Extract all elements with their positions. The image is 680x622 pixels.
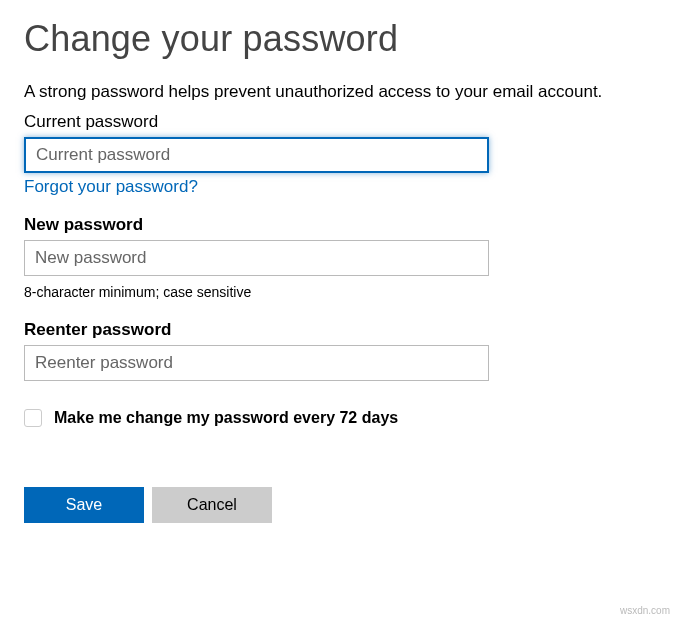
reenter-password-input[interactable] xyxy=(24,345,489,381)
watermark: wsxdn.com xyxy=(620,605,670,616)
new-password-input[interactable] xyxy=(24,240,489,276)
new-password-group: New password 8-character minimum; case s… xyxy=(24,215,656,300)
save-button[interactable]: Save xyxy=(24,487,144,523)
change-every-72-days-row: Make me change my password every 72 days xyxy=(24,409,656,427)
change-every-72-days-checkbox[interactable] xyxy=(24,409,42,427)
description-text: A strong password helps prevent unauthor… xyxy=(24,82,656,102)
cancel-button[interactable]: Cancel xyxy=(152,487,272,523)
new-password-label: New password xyxy=(24,215,656,235)
reenter-password-group: Reenter password xyxy=(24,320,656,381)
current-password-input[interactable] xyxy=(24,137,489,173)
new-password-hint: 8-character minimum; case sensitive xyxy=(24,284,656,300)
button-row: Save Cancel xyxy=(24,487,656,523)
page-title: Change your password xyxy=(24,18,656,60)
current-password-group: Current password Forgot your password? xyxy=(24,112,656,197)
current-password-label: Current password xyxy=(24,112,656,132)
reenter-password-label: Reenter password xyxy=(24,320,656,340)
forgot-password-link[interactable]: Forgot your password? xyxy=(24,177,198,197)
change-every-72-days-label: Make me change my password every 72 days xyxy=(54,409,398,427)
